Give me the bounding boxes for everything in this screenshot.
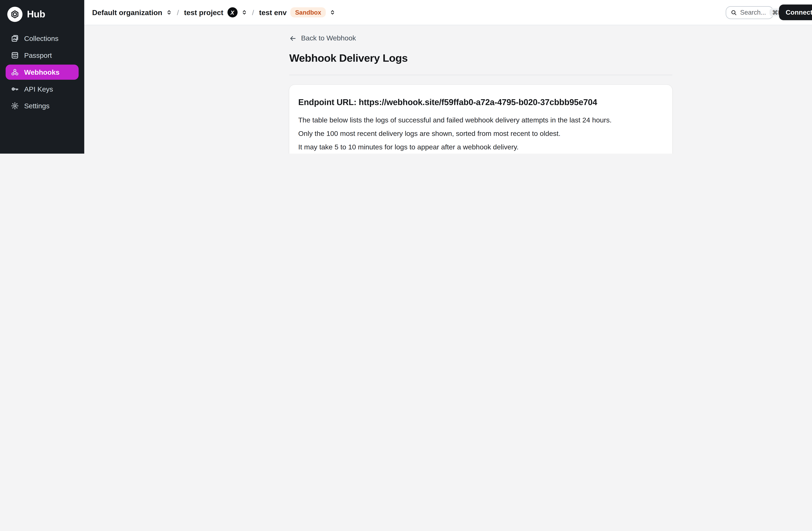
chevron-updown-icon: [330, 9, 335, 16]
breadcrumb-environment-label: test env: [259, 8, 287, 17]
main-content: Back to Webhook Webhook Delivery Logs En…: [84, 25, 812, 153]
back-link-label: Back to Webhook: [301, 34, 356, 42]
webhook-icon: [11, 68, 19, 76]
sidebar-item-label: Passport: [24, 51, 52, 59]
sidebar-item-passport[interactable]: Passport: [6, 48, 79, 63]
connect-wallet-button[interactable]: Connect Wallet: [779, 4, 812, 20]
breadcrumb-project-label: test project: [184, 8, 223, 17]
topbar: Default organization / test project X / …: [84, 0, 812, 25]
sidebar-item-label: API Keys: [24, 85, 53, 93]
key-icon: [11, 85, 19, 93]
title-divider: [289, 75, 672, 75]
breadcrumb-separator: /: [252, 8, 254, 17]
info-paragraph: Only the 100 most recent delivery logs a…: [298, 130, 663, 138]
sidebar-item-label: Collections: [24, 34, 58, 42]
back-to-webhook-link[interactable]: Back to Webhook: [289, 34, 356, 42]
topbar-right: Search... ⌘K Connect Wallet K: [726, 4, 812, 20]
global-search[interactable]: Search... ⌘K: [726, 6, 773, 19]
info-paragraph: It may take 5 to 10 minutes for logs to …: [298, 143, 663, 152]
chevron-updown-icon: [166, 9, 172, 16]
app-root: Hub Collections Passport Webhooks API Ke…: [0, 0, 812, 153]
immutable-logo-icon: [7, 7, 23, 22]
info-paragraph: The table below lists the logs of succes…: [298, 116, 663, 125]
page-title: Webhook Delivery Logs: [289, 52, 672, 65]
endpoint-url-heading: Endpoint URL: https://webhook.site/f59ff…: [298, 97, 663, 107]
sidebar-item-api-keys[interactable]: API Keys: [6, 82, 79, 97]
sidebar-item-settings[interactable]: Settings: [6, 98, 79, 113]
immutable-x-badge: X: [227, 7, 237, 17]
global-search-placeholder: Search...: [740, 9, 766, 16]
breadcrumb-project[interactable]: test project X: [184, 7, 247, 17]
gear-icon: [11, 102, 19, 110]
breadcrumb-organization-label: Default organization: [92, 8, 162, 17]
search-icon: [731, 9, 737, 15]
breadcrumb-separator: /: [177, 8, 179, 17]
webhook-info-card: Endpoint URL: https://webhook.site/f59ff…: [289, 85, 672, 153]
app-title: Hub: [27, 9, 45, 20]
sidebar-item-collections[interactable]: Collections: [6, 31, 79, 46]
sidebar-item-webhooks[interactable]: Webhooks: [6, 65, 79, 80]
breadcrumb-organization[interactable]: Default organization: [92, 8, 172, 17]
sidebar-item-label: Webhooks: [24, 68, 60, 76]
back-arrow-icon: [289, 34, 296, 42]
breadcrumb-environment[interactable]: test env Sandbox: [259, 7, 335, 17]
hub-logo[interactable]: Hub: [0, 0, 84, 27]
sandbox-badge: Sandbox: [291, 7, 326, 17]
sidebar-menu: Collections Passport Webhooks API Keys S…: [0, 31, 84, 113]
sidebar-item-label: Settings: [24, 102, 49, 110]
breadcrumb: Default organization / test project X / …: [92, 7, 335, 17]
sidebar: Hub Collections Passport Webhooks API Ke…: [0, 0, 84, 153]
collections-icon: [11, 34, 19, 43]
passport-icon: [11, 51, 19, 60]
chevron-updown-icon: [241, 9, 247, 16]
